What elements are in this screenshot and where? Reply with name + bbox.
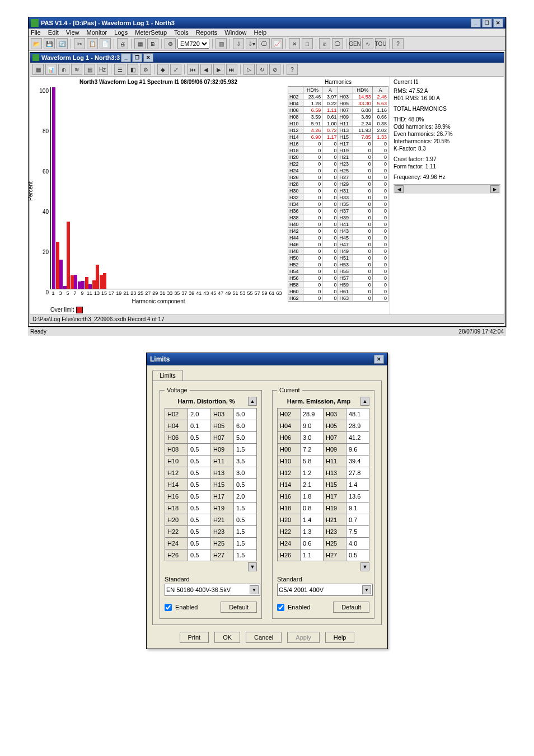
limit-cell[interactable]: 6.0 — [234, 420, 257, 432]
limit-cell[interactable]: 0.7 — [346, 514, 369, 526]
limit-cell[interactable]: 1.8 — [301, 491, 324, 503]
config-icon[interactable]: ⚙ — [140, 64, 151, 75]
stop-icon[interactable]: □ — [302, 38, 313, 49]
last-icon[interactable]: ⏭ — [226, 64, 237, 75]
limit-cell[interactable]: 1.4 — [346, 479, 369, 491]
zoom-icon[interactable]: ⤢ — [170, 64, 181, 75]
limit-cell[interactable]: 0.5 — [188, 491, 211, 503]
limit-cell[interactable]: 3.0 — [234, 467, 257, 479]
limit-cell[interactable]: 0.8 — [301, 503, 324, 514]
tool-a-icon[interactable]: ▥ — [216, 38, 227, 49]
limit-cell[interactable]: 0.5 — [188, 479, 211, 491]
list-icon[interactable]: ☰ — [114, 64, 125, 75]
menu-reports[interactable]: Reports — [196, 29, 218, 36]
limit-cell[interactable]: 28.9 — [346, 420, 369, 432]
limit-cell[interactable]: 0.5 — [188, 467, 211, 479]
limit-cell[interactable]: 1.5 — [234, 503, 257, 514]
limit-cell[interactable]: 7.2 — [301, 444, 324, 456]
limit-cell[interactable]: 0.5 — [188, 503, 211, 514]
limit-cell[interactable]: 0.1 — [188, 420, 211, 432]
limit-cell[interactable]: 0.5 — [346, 550, 369, 561]
sig-icon[interactable]: ∿ — [362, 38, 373, 49]
view5-icon[interactable]: ▤ — [84, 64, 95, 75]
limit-cell[interactable]: 1.5 — [234, 538, 257, 550]
hz-icon[interactable]: Hz — [97, 64, 108, 75]
close-button[interactable]: ✕ — [493, 18, 503, 27]
menu-help[interactable]: Help — [254, 29, 266, 36]
limit-cell[interactable]: 0.5 — [234, 514, 257, 526]
limit-cell[interactable]: 9.0 — [301, 420, 324, 432]
cut-icon[interactable]: ✂ — [74, 38, 85, 49]
dialog-close-button[interactable]: ✕ — [374, 355, 384, 364]
limit-cell[interactable]: 1.4 — [301, 514, 324, 526]
limit-cell[interactable]: 4.0 — [346, 538, 369, 550]
scroll-left-icon[interactable]: ◀ — [395, 185, 404, 193]
sub-close-button[interactable]: ✕ — [143, 53, 153, 62]
device-select[interactable]: EM720 — [177, 39, 209, 49]
limit-cell[interactable]: 0.5 — [188, 456, 211, 467]
voltage-scroll-up[interactable]: ▲ — [248, 397, 257, 406]
loop-icon[interactable]: ↻ — [256, 64, 268, 75]
limit-cell[interactable]: 7.5 — [346, 526, 369, 538]
limit-cell[interactable]: 5.0 — [234, 432, 257, 444]
copy-icon[interactable]: 📋 — [87, 38, 98, 49]
limit-cell[interactable]: 9.1 — [346, 503, 369, 514]
limit-cell[interactable]: 0.5 — [234, 479, 257, 491]
limit-cell[interactable]: 1.5 — [234, 526, 257, 538]
limit-cell[interactable]: 28.9 — [301, 408, 324, 420]
menu-file[interactable]: File — [31, 29, 41, 36]
limit-cell[interactable]: 41.2 — [346, 432, 369, 444]
chart-icon[interactable]: 📈 — [271, 38, 283, 49]
help-icon[interactable]: ? — [392, 38, 404, 49]
limit-cell[interactable]: 1.5 — [234, 550, 257, 561]
limit-cell[interactable]: 39.4 — [346, 456, 369, 467]
menu-tools[interactable]: Tools — [174, 29, 189, 36]
tab-limits[interactable]: Limits — [152, 370, 183, 381]
voltage-scroll-down[interactable]: ▼ — [248, 562, 257, 571]
limit-cell[interactable]: 0.6 — [301, 538, 324, 550]
export2-icon[interactable]: ⇩▾ — [246, 38, 257, 49]
view-spectrum-icon[interactable]: 📊 — [45, 64, 57, 75]
gen-icon[interactable]: GEN — [349, 38, 360, 49]
limit-cell[interactable]: 0.5 — [188, 514, 211, 526]
menu-view[interactable]: View — [66, 29, 79, 36]
limit-cell[interactable]: 0.5 — [188, 550, 211, 561]
filter-icon[interactable]: ⎚ — [319, 38, 330, 49]
current-enabled-checkbox[interactable] — [277, 604, 284, 611]
open-icon[interactable]: 📂 — [31, 38, 42, 49]
limit-cell[interactable]: 2.0 — [188, 408, 211, 420]
monitor-icon[interactable]: 🖵 — [332, 38, 343, 49]
delete-icon[interactable]: ✕ — [289, 38, 300, 49]
help2-icon[interactable]: ? — [287, 64, 298, 75]
limit-cell[interactable]: 1.5 — [234, 444, 257, 456]
limit-cell[interactable]: 1.2 — [301, 467, 324, 479]
info-hscrollbar[interactable]: ◀ ▶ — [394, 184, 500, 194]
menu-window[interactable]: Window — [224, 29, 246, 36]
menu-logs[interactable]: Logs — [114, 29, 128, 36]
cancel-button[interactable]: Cancel — [246, 632, 282, 643]
limit-cell[interactable]: 3.0 — [301, 432, 324, 444]
tou-icon[interactable]: TOU — [375, 38, 386, 49]
limit-cell[interactable]: 1.3 — [301, 526, 324, 538]
marker-icon[interactable]: ◆ — [157, 64, 168, 75]
gear-icon[interactable]: ⚙ — [165, 38, 176, 49]
view-wave-icon[interactable]: ▦ — [32, 64, 44, 75]
stop2-icon[interactable]: ⊘ — [269, 64, 280, 75]
export-icon[interactable]: ⇩ — [233, 38, 244, 49]
limit-cell[interactable]: 27.8 — [346, 467, 369, 479]
sub-maximize-button[interactable]: ❐ — [132, 53, 142, 62]
limit-cell[interactable]: 0.5 — [188, 538, 211, 550]
current-default-button[interactable]: Default — [333, 602, 369, 613]
first-icon[interactable]: ⏮ — [188, 64, 199, 75]
sub-minimize-button[interactable]: _ — [121, 53, 131, 62]
limit-cell[interactable]: 9.6 — [346, 444, 369, 456]
screen-icon[interactable]: 🖵 — [259, 38, 270, 49]
maximize-button[interactable]: ❐ — [482, 18, 492, 27]
menu-metersetup[interactable]: MeterSetup — [135, 29, 167, 36]
refresh-icon[interactable]: 🔄 — [57, 38, 68, 49]
minimize-button[interactable]: _ — [471, 18, 481, 27]
current-scroll-down[interactable]: ▼ — [360, 562, 369, 571]
scroll-right-icon[interactable]: ▶ — [490, 185, 499, 193]
limit-cell[interactable]: 5.0 — [234, 408, 257, 420]
print-icon[interactable]: 🖨 — [117, 38, 128, 49]
